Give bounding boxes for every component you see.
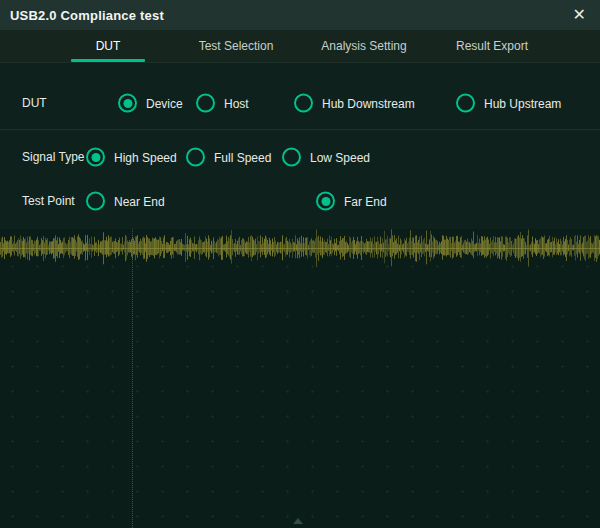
row-label-dut: DUT	[22, 96, 47, 110]
options-panel: DUT Device Host Hub Downstream Hub Upstr…	[0, 63, 600, 229]
radio-icon	[316, 192, 335, 211]
radio-label: Hub Downstream	[322, 96, 415, 110]
tab-label: DUT	[96, 39, 121, 53]
signal-type-row: Signal Type High Speed Full Speed Low Sp…	[0, 140, 600, 174]
radio-label: Near End	[114, 194, 165, 208]
radio-hub-upstream[interactable]: Hub Upstream	[456, 94, 561, 113]
dut-row: DUT Device Host Hub Downstream Hub Upstr…	[0, 86, 600, 120]
dialog-title: USB2.0 Compliance test	[10, 8, 164, 23]
usb-compliance-dialog: USB2.0 Compliance test ✕ DUT Test Select…	[0, 0, 600, 528]
test-point-row: Test Point Near End Far End	[0, 184, 600, 218]
title-bar: USB2.0 Compliance test ✕	[0, 0, 600, 30]
row-label-signal-type: Signal Type	[22, 150, 85, 164]
radio-high-speed[interactable]: High Speed	[86, 148, 177, 167]
radio-device[interactable]: Device	[118, 94, 183, 113]
radio-host[interactable]: Host	[196, 94, 249, 113]
radio-hub-downstream[interactable]: Hub Downstream	[294, 94, 415, 113]
radio-icon	[86, 148, 105, 167]
radio-icon	[86, 192, 105, 211]
radio-icon	[186, 148, 205, 167]
radio-icon	[282, 148, 301, 167]
radio-icon	[118, 94, 137, 113]
tab-dut[interactable]: DUT	[44, 30, 172, 62]
tab-label: Result Export	[456, 39, 528, 53]
tab-bar: DUT Test Selection Analysis Setting Resu…	[0, 30, 600, 63]
radio-icon	[294, 94, 313, 113]
row-label-test-point: Test Point	[22, 194, 75, 208]
noise-waveform	[0, 229, 600, 271]
radio-icon	[196, 94, 215, 113]
close-icon[interactable]: ✕	[569, 5, 590, 25]
radio-near-end[interactable]: Near End	[86, 192, 165, 211]
tab-label: Analysis Setting	[321, 39, 406, 53]
radio-far-end[interactable]: Far End	[316, 192, 387, 211]
row-separator	[0, 129, 600, 130]
graticule-vline	[132, 229, 133, 528]
radio-label: High Speed	[114, 150, 177, 164]
scope-background	[0, 229, 600, 528]
tab-result-export[interactable]: Result Export	[428, 30, 556, 62]
radio-label: Full Speed	[214, 150, 271, 164]
trigger-marker	[293, 518, 303, 524]
radio-low-speed[interactable]: Low Speed	[282, 148, 370, 167]
tab-label: Test Selection	[199, 39, 274, 53]
radio-full-speed[interactable]: Full Speed	[186, 148, 271, 167]
radio-label: Hub Upstream	[484, 96, 561, 110]
radio-label: Low Speed	[310, 150, 370, 164]
tab-test-selection[interactable]: Test Selection	[172, 30, 300, 62]
radio-label: Device	[146, 96, 183, 110]
tab-analysis-setting[interactable]: Analysis Setting	[300, 30, 428, 62]
radio-label: Host	[224, 96, 249, 110]
radio-icon	[456, 94, 475, 113]
radio-label: Far End	[344, 194, 387, 208]
